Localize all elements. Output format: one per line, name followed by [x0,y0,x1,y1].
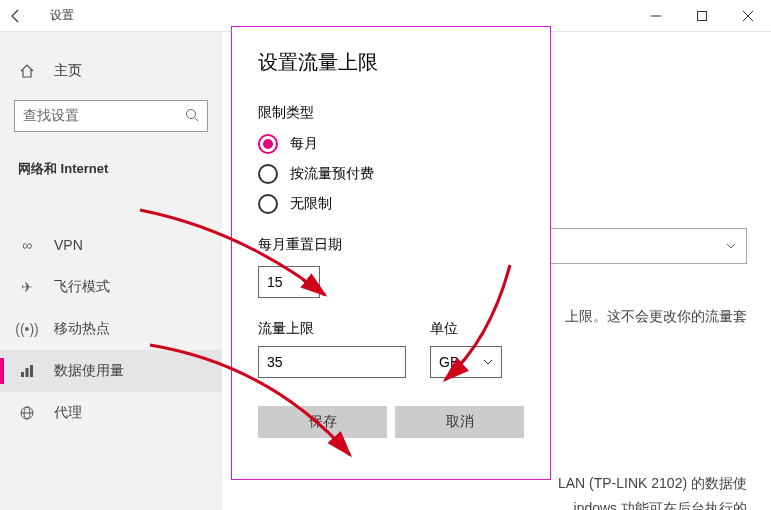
section-label: 网络和 Internet [0,160,222,192]
background-text: indows 功能可在后台执行的 [574,500,747,510]
radio-monthly[interactable]: 每月 [258,134,524,154]
proxy-icon [18,404,36,422]
sidebar-item-label: 飞行模式 [54,278,110,296]
limit-input[interactable] [258,346,406,378]
minimize-button[interactable] [633,0,679,32]
sidebar-item-data-usage[interactable]: 数据使用量 [0,350,222,392]
sidebar-item-label: 移动热点 [54,320,110,338]
radio-label: 无限制 [290,195,332,213]
search-placeholder: 查找设置 [23,107,79,125]
reset-date-value: 15 [267,274,283,290]
unit-select[interactable]: GB [430,346,502,378]
svg-rect-5 [26,368,29,377]
sidebar-item-vpn[interactable]: ∞ VPN [0,224,222,266]
radio-label: 按流量预付费 [290,165,374,183]
dialog-title: 设置流量上限 [258,49,524,76]
back-button[interactable] [0,0,32,32]
background-text: LAN (TP-LINK 2102) 的数据使 [558,475,747,493]
radio-icon [258,134,278,154]
sidebar-item-airplane[interactable]: ✈ 飞行模式 [0,266,222,308]
sidebar-item-hotspot[interactable]: ((•)) 移动热点 [0,308,222,350]
home-link[interactable]: 主页 [0,56,222,100]
cancel-button[interactable]: 取消 [395,406,524,438]
sidebar-item-label: 代理 [54,404,82,422]
sidebar-item-label: VPN [54,237,83,253]
unit-value: GB [439,354,459,370]
chevron-down-icon [301,274,311,290]
chevron-down-icon [726,237,736,255]
data-usage-icon [18,362,36,380]
save-button[interactable]: 保存 [258,406,387,438]
svg-line-3 [195,117,199,121]
reset-date-select[interactable]: 15 [258,266,320,298]
window-title: 设置 [50,7,74,24]
sidebar-item-proxy[interactable]: 代理 [0,392,222,434]
limit-label: 流量上限 [258,320,406,338]
background-text: 上限。这不会更改你的流量套 [565,308,747,326]
radio-prepaid[interactable]: 按流量预付费 [258,164,524,184]
reset-date-label: 每月重置日期 [258,236,524,254]
svg-rect-6 [30,365,33,377]
radio-unlimited[interactable]: 无限制 [258,194,524,214]
home-icon [18,62,36,80]
search-input[interactable]: 查找设置 [14,100,208,132]
svg-point-2 [187,109,196,118]
limit-type-label: 限制类型 [258,104,524,122]
maximize-button[interactable] [679,0,725,32]
radio-icon [258,194,278,214]
radio-label: 每月 [290,135,318,153]
svg-rect-1 [698,11,707,20]
data-limit-dialog: 设置流量上限 限制类型 每月 按流量预付费 无限制 每月重置日期 15 流量上限… [231,26,551,480]
close-button[interactable] [725,0,771,32]
search-icon [185,108,199,125]
airplane-icon: ✈ [18,278,36,296]
home-label: 主页 [54,62,82,80]
sidebar-item-label: 数据使用量 [54,362,124,380]
radio-icon [258,164,278,184]
vpn-icon: ∞ [18,236,36,254]
chevron-down-icon [483,354,493,370]
sidebar: 主页 查找设置 网络和 Internet ∞ VPN ✈ 飞行模式 ((•)) … [0,32,222,510]
svg-rect-4 [21,372,24,377]
unit-label: 单位 [430,320,502,338]
hotspot-icon: ((•)) [18,320,36,338]
